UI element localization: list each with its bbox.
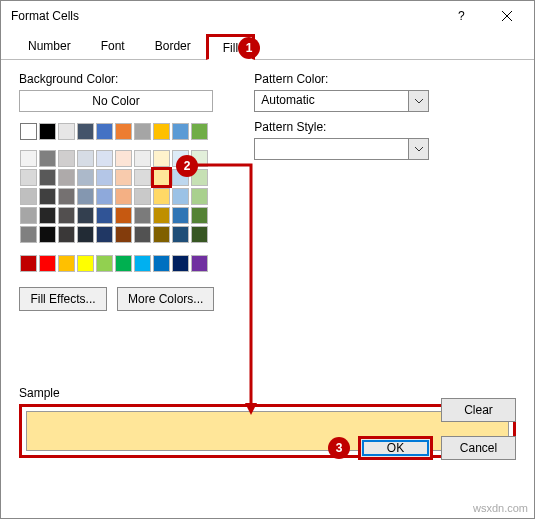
- color-swatch[interactable]: [20, 150, 37, 167]
- color-swatch[interactable]: [96, 169, 113, 186]
- color-swatch[interactable]: [20, 188, 37, 205]
- callout-3: 3: [328, 437, 350, 459]
- pattern-style-dropdown[interactable]: [254, 138, 429, 160]
- color-swatch[interactable]: [39, 207, 56, 224]
- standard-colors-row: [19, 254, 214, 273]
- color-swatch[interactable]: [153, 188, 170, 205]
- color-swatch[interactable]: [39, 255, 56, 272]
- color-swatch[interactable]: [20, 169, 37, 186]
- color-swatch[interactable]: [20, 207, 37, 224]
- pattern-style-label: Pattern Style:: [254, 120, 429, 134]
- color-swatch[interactable]: [191, 123, 208, 140]
- color-swatch[interactable]: [77, 150, 94, 167]
- color-swatch[interactable]: [58, 169, 75, 186]
- tab-number[interactable]: Number: [13, 34, 86, 60]
- chevron-down-icon: [408, 139, 428, 159]
- color-swatch[interactable]: [58, 207, 75, 224]
- color-swatch[interactable]: [172, 255, 189, 272]
- tab-bar: Number Font Border Fill 1: [1, 31, 534, 60]
- color-swatch[interactable]: [153, 123, 170, 140]
- color-swatch[interactable]: [134, 169, 151, 186]
- color-swatch[interactable]: [134, 226, 151, 243]
- color-swatch[interactable]: [115, 123, 132, 140]
- background-color-label: Background Color:: [19, 72, 214, 86]
- color-swatch[interactable]: [77, 207, 94, 224]
- cancel-button[interactable]: Cancel: [441, 436, 516, 460]
- color-swatch[interactable]: [172, 226, 189, 243]
- pattern-color-dropdown[interactable]: Automatic: [254, 90, 429, 112]
- chevron-down-icon: [408, 91, 428, 111]
- color-swatch[interactable]: [172, 207, 189, 224]
- color-swatch[interactable]: [134, 150, 151, 167]
- color-swatch[interactable]: [20, 123, 37, 140]
- color-swatch[interactable]: [39, 169, 56, 186]
- color-swatch[interactable]: [191, 255, 208, 272]
- color-swatch[interactable]: [191, 226, 208, 243]
- fill-effects-button[interactable]: Fill Effects...: [19, 287, 107, 311]
- color-swatch[interactable]: [77, 226, 94, 243]
- help-button[interactable]: ?: [438, 2, 484, 30]
- color-swatch[interactable]: [77, 188, 94, 205]
- pattern-color-label: Pattern Color:: [254, 72, 429, 86]
- color-swatch[interactable]: [115, 255, 132, 272]
- close-button[interactable]: [484, 2, 530, 30]
- color-swatch[interactable]: [134, 207, 151, 224]
- callout-1: 1: [238, 37, 260, 59]
- color-swatch[interactable]: [115, 207, 132, 224]
- color-swatch[interactable]: [20, 255, 37, 272]
- color-swatch[interactable]: [134, 188, 151, 205]
- color-swatch[interactable]: [77, 255, 94, 272]
- color-swatch[interactable]: [39, 123, 56, 140]
- theme-colors-row: [19, 122, 214, 141]
- color-swatch[interactable]: [96, 123, 113, 140]
- dialog-footer: 3 OK Cancel: [328, 436, 516, 460]
- color-swatch[interactable]: [96, 150, 113, 167]
- color-swatch[interactable]: [115, 188, 132, 205]
- color-swatch[interactable]: [77, 123, 94, 140]
- color-swatch[interactable]: [58, 150, 75, 167]
- color-swatch[interactable]: [191, 207, 208, 224]
- color-swatch[interactable]: [115, 226, 132, 243]
- color-swatch[interactable]: [58, 188, 75, 205]
- format-cells-dialog: Format Cells ? Number Font Border Fill 1…: [0, 0, 535, 519]
- color-swatch[interactable]: [191, 188, 208, 205]
- pattern-section: Pattern Color: Automatic Pattern Style:: [254, 72, 429, 311]
- dialog-body: Background Color: No Color Fill Effects.…: [1, 60, 534, 470]
- dialog-title: Format Cells: [11, 9, 438, 23]
- color-swatch[interactable]: [39, 226, 56, 243]
- color-swatch[interactable]: [96, 207, 113, 224]
- color-swatch[interactable]: [115, 169, 132, 186]
- color-swatch[interactable]: [153, 207, 170, 224]
- color-swatch[interactable]: [58, 226, 75, 243]
- color-swatch[interactable]: [20, 226, 37, 243]
- color-swatch[interactable]: [153, 255, 170, 272]
- color-swatch[interactable]: [58, 123, 75, 140]
- color-swatch[interactable]: [39, 188, 56, 205]
- color-swatch[interactable]: [134, 123, 151, 140]
- tab-font[interactable]: Font: [86, 34, 140, 60]
- color-swatch[interactable]: [77, 169, 94, 186]
- callout-2: 2: [176, 155, 198, 177]
- color-swatch[interactable]: [115, 150, 132, 167]
- color-swatch[interactable]: [96, 255, 113, 272]
- no-color-button[interactable]: No Color: [19, 90, 213, 112]
- pattern-style-value: [255, 139, 408, 159]
- color-swatch[interactable]: [153, 150, 170, 167]
- color-swatch-selected[interactable]: [153, 169, 170, 186]
- titlebar: Format Cells ?: [1, 1, 534, 31]
- color-swatch[interactable]: [96, 226, 113, 243]
- more-colors-button[interactable]: More Colors...: [117, 287, 214, 311]
- tab-border[interactable]: Border: [140, 34, 206, 60]
- color-swatch[interactable]: [172, 188, 189, 205]
- watermark: wsxdn.com: [473, 502, 528, 514]
- color-swatch[interactable]: [58, 255, 75, 272]
- color-swatch[interactable]: [96, 188, 113, 205]
- svg-text:?: ?: [458, 10, 465, 22]
- color-swatch[interactable]: [39, 150, 56, 167]
- color-swatch[interactable]: [153, 226, 170, 243]
- pattern-color-value: Automatic: [255, 91, 408, 111]
- color-swatch[interactable]: [172, 123, 189, 140]
- clear-button[interactable]: Clear: [441, 398, 516, 422]
- ok-button[interactable]: OK: [358, 436, 433, 460]
- color-swatch[interactable]: [134, 255, 151, 272]
